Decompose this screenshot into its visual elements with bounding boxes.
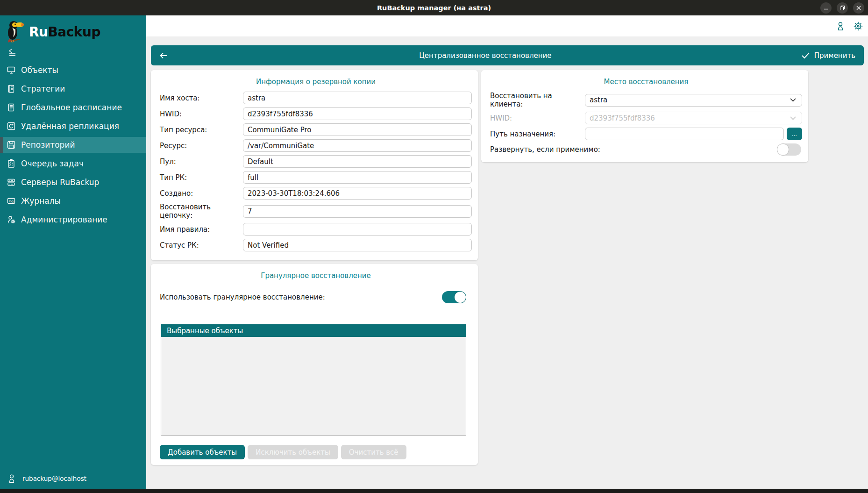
svg-text:log: log — [9, 200, 14, 203]
chevron-down-icon — [790, 98, 796, 102]
restore-button[interactable] — [837, 2, 848, 14]
selected-objects-header: Выбранные объекты — [161, 324, 466, 337]
window-bottom-edge — [0, 489, 868, 493]
resource-input[interactable] — [243, 139, 472, 152]
expand-label: Развернуть, если применимо: — [490, 145, 777, 154]
monitor-icon — [7, 65, 16, 75]
browse-button[interactable]: ... — [787, 128, 802, 140]
sidebar-item-remote-replication[interactable]: Удалённая репликация — [0, 118, 146, 134]
hwid-label: HWID: — [160, 110, 243, 118]
settings-button[interactable] — [853, 21, 863, 31]
collapse-sidebar-icon — [7, 48, 18, 57]
minimize-icon — [823, 5, 829, 11]
backup-info-title: Информация о резервной копии — [160, 76, 472, 92]
sidebar-item-label: Администрирование — [21, 215, 107, 224]
collapse-sidebar-button[interactable] — [7, 48, 18, 57]
logo-text: RuBackup — [29, 24, 100, 40]
sidebar-item-label: Журналы — [21, 196, 61, 206]
minimize-button[interactable] — [820, 2, 832, 14]
granular-restore-toggle[interactable] — [442, 291, 466, 303]
content-area: Централизованное восстановление Применит… — [146, 36, 868, 489]
window-title: RuBackup manager (на astra) — [377, 4, 491, 12]
resource-type-input[interactable] — [243, 123, 472, 136]
chevron-down-icon — [790, 116, 796, 120]
replication-icon — [7, 121, 16, 131]
sidebar-item-label: Репозиторий — [21, 140, 75, 150]
resource-type-label: Тип ресурса: — [160, 126, 243, 134]
created-label: Создано: — [160, 189, 243, 198]
app-window: RuBackup manager (на astra) — [0, 0, 868, 493]
target-hwid-select: d2393f755fdf8336 — [585, 112, 802, 124]
restore-client-select[interactable]: astra — [585, 94, 802, 107]
rubackup-logo: RuBackup — [0, 15, 146, 45]
servers-icon — [7, 178, 16, 187]
add-objects-button[interactable]: Добавить объекты — [160, 445, 245, 459]
user-icon — [7, 473, 16, 484]
granular-buttons: Добавить объекты Исключить объекты Очист… — [160, 445, 472, 459]
sidebar-item-servers[interactable]: Серверы RuBackup — [0, 174, 146, 190]
titlebar: RuBackup manager (на astra) — [0, 0, 868, 15]
restore-location-card: Место восстановления Восстановить на кли… — [481, 70, 808, 162]
sidebar-item-label: Стратегии — [21, 84, 65, 93]
target-hwid-label: HWID: — [490, 114, 585, 122]
sidebar-item-label: Очередь задач — [21, 159, 84, 168]
account-button[interactable] — [835, 21, 846, 31]
apply-label: Применить — [814, 51, 855, 60]
selected-objects-body — [161, 337, 466, 436]
pool-label: Пул: — [160, 157, 243, 166]
page-title: Централизованное восстановление — [170, 51, 801, 60]
sidebar-item-global-schedule[interactable]: Глобальное расписание — [0, 100, 146, 115]
backup-info-card: Информация о резервной копии Имя хоста: … — [151, 70, 478, 260]
sidebar-item-label: Глобальное расписание — [21, 103, 122, 112]
sidebar-item-label: Удалённая репликация — [21, 121, 119, 131]
backup-status-input[interactable] — [243, 239, 472, 251]
destination-path-input[interactable] — [585, 128, 784, 140]
restore-client-value: astra — [590, 96, 607, 104]
main-area: Централизованное восстановление Применит… — [146, 15, 868, 489]
expand-if-applicable-toggle[interactable] — [777, 143, 801, 156]
toucan-logo-icon — [6, 20, 25, 43]
repository-icon — [7, 140, 16, 150]
task-queue-icon — [7, 159, 16, 168]
backup-status-label: Статус РК: — [160, 241, 243, 250]
created-input[interactable] — [243, 187, 472, 200]
restore-chain-input[interactable] — [243, 205, 472, 218]
person-icon — [835, 21, 846, 31]
back-arrow-icon — [158, 51, 169, 60]
restore-location-title: Место восстановления — [490, 76, 802, 92]
toggle-knob — [455, 292, 466, 303]
rule-name-input[interactable] — [243, 223, 472, 236]
topbar — [146, 15, 868, 36]
hostname-input[interactable] — [243, 92, 472, 104]
exclude-objects-button[interactable]: Исключить объекты — [248, 445, 338, 459]
sidebar-item-logs[interactable]: log Журналы — [0, 193, 146, 209]
strategies-icon — [7, 84, 16, 93]
sidebar-item-objects[interactable]: Объекты — [0, 62, 146, 78]
check-icon — [801, 52, 810, 59]
administration-icon — [7, 215, 16, 224]
sidebar: RuBackup Объекты Стратегии Глобальное ра… — [0, 15, 146, 489]
sidebar-item-label: Серверы RuBackup — [21, 178, 99, 187]
sidebar-item-label: Объекты — [21, 65, 58, 75]
sidebar-item-repository[interactable]: Репозиторий — [0, 137, 146, 153]
gear-icon — [853, 21, 863, 31]
window-controls — [820, 0, 864, 15]
back-button[interactable] — [157, 50, 170, 62]
hostname-label: Имя хоста: — [160, 94, 243, 102]
apply-button[interactable]: Применить — [801, 51, 857, 60]
backup-type-input[interactable] — [243, 171, 472, 184]
hwid-input[interactable] — [243, 107, 472, 120]
pool-input[interactable] — [243, 155, 472, 168]
sidebar-nav: Объекты Стратегии Глобальное расписание … — [0, 62, 146, 228]
schedule-icon — [7, 103, 16, 112]
clear-all-button[interactable]: Очистить всё — [341, 445, 406, 459]
destination-path-label: Путь назначения: — [490, 130, 585, 138]
close-button[interactable] — [853, 2, 864, 14]
sidebar-item-task-queue[interactable]: Очередь задач — [0, 156, 146, 171]
toggle-knob — [777, 144, 789, 155]
close-icon — [856, 5, 861, 11]
rule-name-label: Имя правила: — [160, 225, 243, 234]
sidebar-item-administration[interactable]: Администрирование — [0, 212, 146, 228]
sidebar-item-strategies[interactable]: Стратегии — [0, 81, 146, 97]
granular-toggle-label: Использовать гранулярное восстановление: — [160, 293, 325, 301]
